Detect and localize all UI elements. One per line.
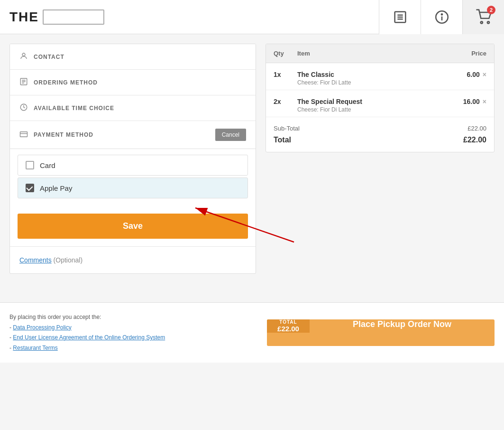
footer-total-area: TOTAL £22.00: [267, 319, 310, 333]
svg-rect-15: [20, 131, 27, 137]
right-panel: Qty Item Price 1x The Classic Cheese: Fi…: [266, 44, 495, 152]
apple-pay-option[interactable]: Apple Pay: [18, 178, 248, 198]
subtotal-value: £22.00: [467, 125, 486, 132]
svg-point-7: [480, 21, 482, 23]
item2-sub: Cheese: Fior Di Latte: [297, 106, 449, 113]
svg-point-9: [22, 53, 25, 56]
col-qty: Qty: [274, 50, 297, 57]
item2-price: 16.00: [463, 98, 480, 105]
contact-title: CONTACT: [34, 54, 246, 60]
footer-total-label: TOTAL: [279, 319, 297, 325]
item1-price: 6.00: [467, 71, 480, 78]
ordering-title: ORDERING METHOD: [34, 79, 246, 86]
footer-text: By placing this order you accept the: - …: [9, 312, 267, 353]
item1-details: The Classic Cheese: Fior Di Latte: [297, 71, 449, 86]
item1-remove-btn[interactable]: ×: [483, 71, 486, 78]
menu-icon-btn[interactable]: [379, 0, 421, 34]
item2-qty: 2x: [274, 98, 297, 105]
card-checkbox[interactable]: [26, 161, 34, 169]
apple-pay-label: Apple Pay: [40, 184, 72, 192]
item2-remove-btn[interactable]: ×: [483, 98, 486, 105]
total-row: Total £22.00: [274, 136, 486, 144]
item2-name: The Special Request: [297, 98, 449, 105]
footer-link-2[interactable]: End User License Agreement of the Online…: [13, 334, 165, 341]
subtotal-row: Sub-Total £22.00: [274, 125, 486, 132]
payment-title: PAYMENT METHOD: [34, 131, 210, 138]
footer-link-1[interactable]: Data Processing Policy: [13, 324, 71, 331]
brand-area: THE: [0, 9, 379, 25]
ordering-method-section[interactable]: ORDERING METHOD: [10, 70, 256, 95]
apple-pay-checkbox[interactable]: [26, 184, 34, 192]
subtotal-label: Sub-Total: [274, 125, 300, 132]
info-icon-btn[interactable]: [421, 0, 462, 34]
order-totals: Sub-Total £22.00 Total £22.00: [266, 117, 494, 152]
comments-section: Comments (Optional): [10, 247, 256, 273]
payment-section: PAYMENT METHOD Cancel Card Apple Pay: [10, 121, 256, 247]
item1-price-area: 6.00 ×: [449, 71, 486, 78]
card-payment-option[interactable]: Card: [18, 155, 248, 176]
payment-icon: [19, 130, 28, 140]
contact-section[interactable]: CONTACT: [10, 44, 256, 70]
cancel-button[interactable]: Cancel: [215, 129, 246, 141]
card-label: Card: [40, 161, 55, 169]
item1-qty: 1x: [274, 71, 297, 78]
col-item: Item: [297, 50, 449, 57]
footer-disclaimer: By placing this order you accept the:: [9, 314, 101, 320]
time-section[interactable]: AVAILABLE TIME CHOICE: [10, 95, 256, 121]
ordering-icon: [19, 77, 28, 87]
footer: By placing this order you accept the: - …: [0, 302, 504, 363]
comments-link[interactable]: Comments: [19, 256, 52, 264]
footer-link-3[interactable]: Restaurant Terms: [13, 345, 57, 351]
save-button[interactable]: Save: [18, 214, 248, 239]
total-value: £22.00: [463, 136, 486, 144]
brand-bar: [43, 9, 104, 25]
comments-optional: (Optional): [54, 256, 82, 264]
header-icons: 2: [379, 0, 504, 34]
item1-sub: Cheese: Fior Di Latte: [297, 79, 449, 86]
footer-total-amount: £22.00: [277, 325, 299, 333]
total-label: Total: [274, 136, 291, 144]
header: THE: [0, 0, 504, 34]
svg-point-8: [487, 21, 489, 23]
contact-icon: [19, 52, 28, 62]
left-panel: CONTACT ORDERING METHOD: [9, 44, 256, 274]
order-table-header: Qty Item Price: [266, 44, 494, 63]
item2-price-area: 16.00 ×: [449, 98, 486, 105]
col-price: Price: [449, 50, 486, 57]
time-icon: [19, 103, 28, 113]
main-content: CONTACT ORDERING METHOD: [0, 34, 504, 283]
payment-options-list: Card Apple Pay: [10, 149, 256, 206]
place-order-label: Place Pickup Order Now: [310, 319, 495, 329]
order-item-1: 1x The Classic Cheese: Fior Di Latte 6.0…: [266, 63, 494, 90]
cart-badge: 2: [487, 6, 495, 14]
item2-details: The Special Request Cheese: Fior Di Latt…: [297, 98, 449, 113]
time-title: AVAILABLE TIME CHOICE: [34, 105, 246, 112]
item1-name: The Classic: [297, 71, 449, 78]
payment-section-header: PAYMENT METHOD Cancel: [10, 121, 256, 149]
svg-point-6: [441, 14, 442, 15]
order-item-2: 2x The Special Request Cheese: Fior Di L…: [266, 90, 494, 117]
brand-the: THE: [9, 9, 39, 25]
place-order-button[interactable]: TOTAL £22.00 Place Pickup Order Now: [267, 319, 495, 346]
cart-icon-btn[interactable]: 2: [462, 0, 504, 34]
